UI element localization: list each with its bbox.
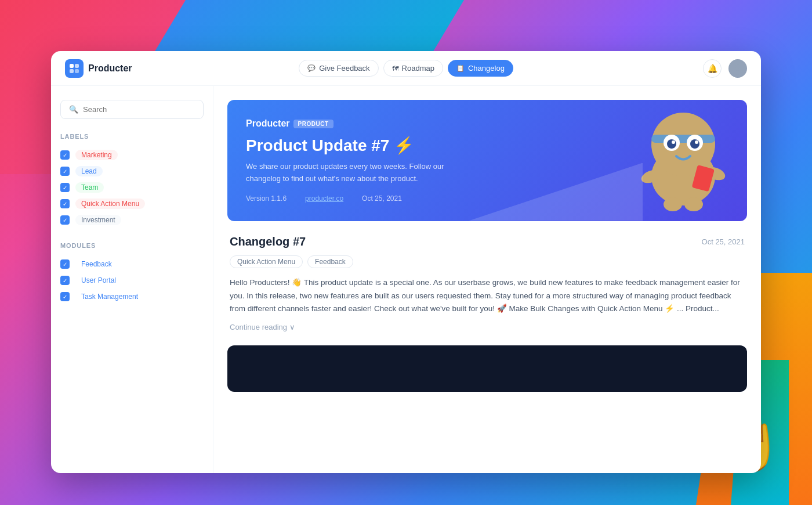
content: 🔍 LABELS ✓ Marketing ✓ Lead ✓ Team ✓	[51, 86, 761, 473]
roadmap-icon: 🗺	[392, 65, 398, 72]
chevron-down-icon: ∨	[289, 323, 295, 331]
svg-rect-2	[70, 69, 74, 73]
product-badge: PRODUCT	[293, 120, 334, 128]
changelog-body: Hello Producters! 👋 This product update …	[230, 276, 745, 316]
hero-product-label: Producter PRODUCT	[246, 118, 334, 129]
user-portal-checkbox[interactable]: ✓	[60, 276, 70, 285]
lead-badge[interactable]: Lead	[75, 166, 103, 176]
svg-point-18	[664, 197, 682, 211]
list-item: ✓ Quick Action Menu	[60, 196, 204, 212]
feedback-icon: 💬	[307, 64, 316, 72]
changelog-date: Oct 25, 2021	[702, 237, 745, 246]
list-item: ✓ Feedback	[60, 256, 204, 272]
lead-checkbox[interactable]: ✓	[60, 167, 70, 176]
svg-rect-1	[75, 64, 79, 68]
changelog-label: Changelog	[468, 64, 505, 73]
tag-list: Quick Action Menu Feedback	[230, 255, 745, 268]
hero-date: Oct 25, 2021	[362, 194, 402, 203]
check-icon: ✓	[63, 201, 67, 207]
changelog-button[interactable]: 📋 Changelog	[448, 60, 513, 77]
check-icon: ✓	[63, 152, 67, 158]
give-feedback-button[interactable]: 💬 Give Feedback	[299, 60, 378, 77]
check-icon: ✓	[63, 168, 67, 175]
task-management-module-label[interactable]: Task Management	[75, 291, 144, 302]
changelog-header: Changelog #7 Oct 25, 2021	[230, 235, 745, 248]
roadmap-label: Roadmap	[402, 64, 434, 73]
header-nav: 💬 Give Feedback 🗺 Roadmap 📋 Changelog	[299, 60, 513, 77]
list-item: ✓ Task Management	[60, 288, 204, 305]
labels-section-title: LABELS	[60, 133, 204, 140]
search-icon: 🔍	[69, 105, 78, 114]
hero-description: We share our product updates every two w…	[246, 161, 466, 185]
hero-logo-text: Producter	[246, 118, 290, 129]
hero-website[interactable]: producter.co	[305, 194, 343, 203]
quick-action-badge[interactable]: Quick Action Menu	[75, 199, 145, 209]
give-feedback-label: Give Feedback	[319, 64, 369, 73]
svg-point-5	[734, 70, 742, 75]
marketing-badge[interactable]: Marketing	[75, 150, 118, 160]
check-icon: ✓	[63, 217, 67, 223]
notification-button[interactable]: 🔔	[703, 59, 722, 78]
team-badge[interactable]: Team	[75, 182, 104, 193]
list-item: ✓ Lead	[60, 163, 204, 179]
feedback-checkbox[interactable]: ✓	[60, 259, 70, 269]
svg-rect-8	[651, 135, 715, 143]
investment-checkbox[interactable]: ✓	[60, 215, 70, 225]
investment-badge[interactable]: Investment	[75, 215, 121, 225]
user-portal-module-label[interactable]: User Portal	[75, 275, 122, 286]
quick-action-checkbox[interactable]: ✓	[60, 199, 70, 208]
header-actions: 🔔	[513, 59, 747, 78]
search-input[interactable]	[83, 105, 195, 114]
bell-icon: 🔔	[708, 64, 717, 73]
svg-point-13	[672, 140, 675, 144]
svg-point-14	[695, 140, 698, 144]
changelog-entry: Changelog #7 Oct 25, 2021 Quick Action M…	[227, 235, 747, 332]
dark-banner	[227, 345, 747, 392]
svg-point-11	[667, 139, 676, 149]
module-list: ✓ Feedback ✓ User Portal ✓ Task Manageme…	[60, 256, 204, 305]
check-icon: ✓	[63, 261, 67, 268]
header: Producter 💬 Give Feedback 🗺 Roadmap 📋 Ch…	[51, 51, 761, 86]
marketing-checkbox[interactable]: ✓	[60, 150, 70, 160]
continue-reading-text: Continue reading	[230, 323, 287, 331]
list-item: ✓ Investment	[60, 212, 204, 228]
task-management-checkbox[interactable]: ✓	[60, 292, 70, 301]
svg-point-4	[735, 64, 740, 69]
hero-mascot	[631, 100, 735, 221]
changelog-title: Changelog #7	[230, 235, 306, 248]
main-content: Producter PRODUCT Product Update #7 ⚡ We…	[213, 86, 761, 473]
feedback-module-label[interactable]: Feedback	[75, 259, 118, 269]
roadmap-button[interactable]: 🗺 Roadmap	[383, 60, 443, 77]
logo-icon	[65, 59, 84, 78]
list-item: ✓ Team	[60, 179, 204, 196]
modules-section-title: MODULES	[60, 242, 204, 249]
list-item: ✓ Marketing	[60, 147, 204, 163]
list-item: ✓ User Portal	[60, 272, 204, 288]
changelog-icon: 📋	[456, 64, 465, 72]
avatar[interactable]	[728, 59, 747, 78]
svg-point-12	[690, 139, 699, 149]
svg-rect-0	[70, 64, 74, 68]
search-box[interactable]: 🔍	[60, 100, 204, 119]
hero-banner: Producter PRODUCT Product Update #7 ⚡ We…	[227, 100, 747, 221]
check-icon: ✓	[63, 277, 67, 284]
tag-feedback[interactable]: Feedback	[307, 255, 353, 268]
main-window: Producter 💬 Give Feedback 🗺 Roadmap 📋 Ch…	[51, 51, 761, 473]
svg-rect-3	[75, 69, 79, 73]
logo-area: Producter	[65, 59, 299, 78]
svg-point-7	[651, 113, 715, 176]
hero-version: Version 1.1.6	[246, 194, 287, 203]
tag-quick-action[interactable]: Quick Action Menu	[230, 255, 303, 268]
check-icon: ✓	[63, 185, 67, 191]
team-checkbox[interactable]: ✓	[60, 183, 70, 192]
check-icon: ✓	[63, 294, 67, 300]
label-list: ✓ Marketing ✓ Lead ✓ Team ✓ Quick Action…	[60, 147, 204, 228]
continue-reading-button[interactable]: Continue reading ∨	[230, 323, 745, 331]
logo-text: Producter	[88, 63, 132, 74]
svg-point-19	[684, 197, 703, 211]
sidebar: 🔍 LABELS ✓ Marketing ✓ Lead ✓ Team ✓	[51, 86, 213, 473]
